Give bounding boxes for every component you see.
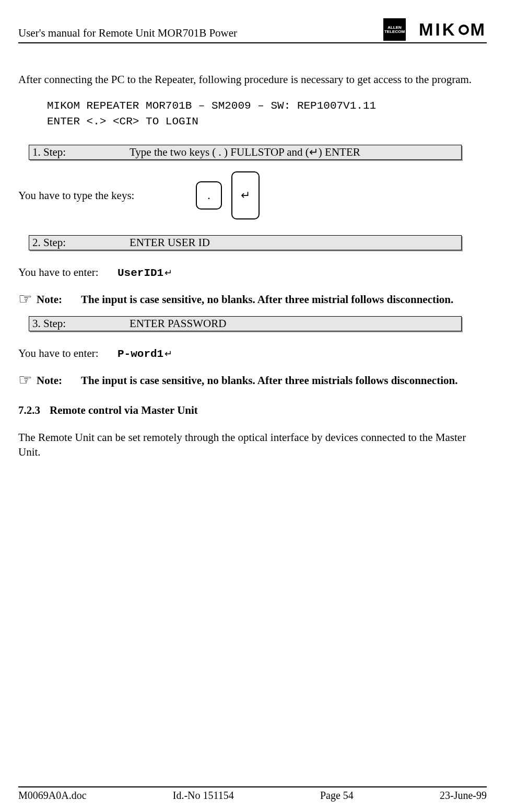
note-1-text: The input is case sensitive, no blanks. … [81,292,487,307]
footer-id: Id.-No 151154 [173,790,234,802]
keys-label: You have to type the keys: [18,189,196,202]
section-heading: 7.2.3 Remote control via Master Unit [18,404,487,417]
page-header: User's manual for Remote Unit MOR701B Po… [18,18,487,43]
note-1-label: Note: [37,292,81,307]
footer-date: 23-June-99 [440,790,487,802]
enter-userid-row: You have to enter: UserID1 ↵ [18,266,487,279]
page-content: After connecting the PC to the Repeater,… [18,43,487,786]
step-2-label: 2. Step: [29,236,130,250]
allen-telecom-logo: ALLEN TELECOM [383,18,406,41]
section-body: The Remote Unit can be set remotely thro… [18,430,487,460]
return-icon: ↵ [165,267,172,279]
note-2-label: Note: [37,373,81,388]
step-3-text: ENTER PASSWORD [130,317,226,331]
header-logos: ALLEN TELECOM MIK M [383,18,487,41]
step-3-label: 3. Step: [29,317,130,331]
terminal-output: MIKOM REPEATER MOR701B – SM2009 – SW: RE… [47,98,487,129]
step-3-row: 3. Step: ENTER PASSWORD [29,316,462,331]
step-1-text: Type the two keys ( . ) FULLSTOP and (↵)… [130,145,360,159]
step-2-row: 2. Step: ENTER USER ID [29,235,462,250]
pointing-hand-icon: ☞ [18,291,37,307]
enter-password-value: P-word1 [118,348,163,360]
enter-key-icon: ↵ [231,171,260,219]
page-footer: M0069A0A.doc Id.-No 151154 Page 54 23-Ju… [18,786,487,802]
fullstop-key-icon: . [196,181,222,210]
step-2-text: ENTER USER ID [130,236,210,250]
enter-password-row: You have to enter: P-word1 ↵ [18,347,487,360]
mikom-logo-dot-icon [459,25,469,35]
return-icon: ↵ [165,348,172,359]
note-1-row: ☞ Note: The input is case sensitive, no … [18,292,487,307]
section-title: Remote control via Master Unit [50,404,198,417]
enter-userid-label: You have to enter: [18,266,118,279]
keys-graphic: . ↵ [196,171,260,219]
footer-page: Page 54 [320,790,354,802]
section-number: 7.2.3 [18,404,50,417]
keys-row: You have to type the keys: . ↵ [18,171,487,219]
enter-userid-value: UserID1 [118,267,163,279]
header-title: User's manual for Remote Unit MOR701B Po… [18,27,237,41]
enter-password-label: You have to enter: [18,347,118,360]
step-1-row: 1. Step: Type the two keys ( . ) FULLSTO… [29,145,462,160]
intro-paragraph: After connecting the PC to the Repeater,… [18,72,487,87]
note-2-text: The input is case sensitive, no blanks. … [81,373,487,388]
mikom-logo: MIK M [419,20,487,40]
footer-doc: M0069A0A.doc [18,790,87,802]
note-2-row: ☞ Note: The input is case sensitive, no … [18,373,487,388]
pointing-hand-icon: ☞ [18,372,37,388]
step-1-label: 1. Step: [29,145,130,159]
